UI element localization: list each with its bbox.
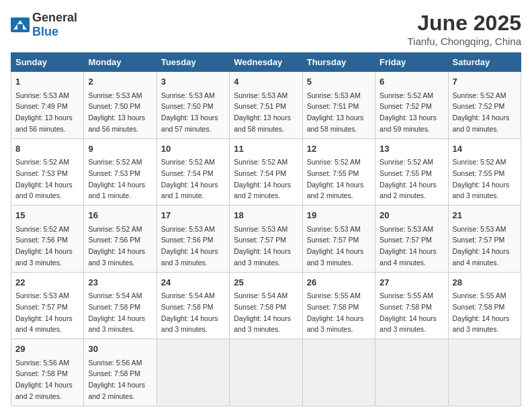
calendar-week-5: 29 Sunrise: 5:56 AMSunset: 7:58 PMDaylig… [11, 339, 521, 406]
day-number: 13 [380, 142, 443, 156]
day-info: Sunrise: 5:55 AMSunset: 7:58 PMDaylight:… [380, 291, 437, 333]
day-info: Sunrise: 5:54 AMSunset: 7:58 PMDaylight:… [161, 291, 218, 333]
day-info: Sunrise: 5:54 AMSunset: 7:58 PMDaylight:… [88, 291, 145, 333]
location-title: Tianfu, Chongqing, China [407, 36, 521, 47]
calendar-cell: 19 Sunrise: 5:53 AMSunset: 7:57 PMDaylig… [302, 205, 375, 273]
day-number: 29 [15, 342, 79, 356]
day-info: Sunrise: 5:52 AMSunset: 7:53 PMDaylight:… [88, 158, 145, 199]
calendar-cell: 18 Sunrise: 5:53 AMSunset: 7:57 PMDaylig… [230, 205, 302, 273]
calendar-cell: 15 Sunrise: 5:52 AMSunset: 7:56 PMDaylig… [11, 205, 84, 273]
day-info: Sunrise: 5:53 AMSunset: 7:57 PMDaylight:… [234, 225, 291, 267]
calendar-cell: 3 Sunrise: 5:53 AMSunset: 7:50 PMDayligh… [157, 72, 229, 139]
day-info: Sunrise: 5:52 AMSunset: 7:52 PMDaylight:… [453, 91, 510, 133]
calendar-cell: 9 Sunrise: 5:52 AMSunset: 7:53 PMDayligh… [84, 138, 157, 205]
calendar-cell: 13 Sunrise: 5:52 AMSunset: 7:55 PMDaylig… [375, 138, 448, 205]
day-info: Sunrise: 5:52 AMSunset: 7:55 PMDaylight:… [380, 158, 437, 199]
month-title: June 2025 [407, 11, 521, 36]
calendar-week-1: 1 Sunrise: 5:53 AMSunset: 7:49 PMDayligh… [11, 72, 521, 139]
calendar-cell [302, 339, 375, 406]
day-info: Sunrise: 5:55 AMSunset: 7:58 PMDaylight:… [307, 291, 364, 333]
calendar-cell: 7 Sunrise: 5:52 AMSunset: 7:52 PMDayligh… [448, 72, 521, 139]
day-number: 9 [88, 142, 152, 156]
day-number: 4 [234, 75, 298, 89]
day-info: Sunrise: 5:53 AMSunset: 7:50 PMDaylight:… [161, 91, 218, 133]
day-number: 17 [161, 209, 225, 222]
calendar-week-2: 8 Sunrise: 5:52 AMSunset: 7:53 PMDayligh… [11, 138, 521, 205]
header-tuesday: Tuesday [157, 53, 229, 72]
day-info: Sunrise: 5:54 AMSunset: 7:58 PMDaylight:… [234, 291, 291, 333]
day-info: Sunrise: 5:53 AMSunset: 7:49 PMDaylight:… [15, 91, 73, 133]
day-number: 27 [380, 276, 443, 289]
day-number: 10 [161, 142, 225, 156]
calendar-cell: 16 Sunrise: 5:52 AMSunset: 7:56 PMDaylig… [84, 205, 157, 273]
logo-general: General [32, 11, 77, 24]
day-info: Sunrise: 5:53 AMSunset: 7:51 PMDaylight:… [234, 91, 291, 133]
day-info: Sunrise: 5:53 AMSunset: 7:57 PMDaylight:… [307, 225, 364, 267]
day-number: 1 [15, 75, 79, 89]
day-number: 24 [161, 276, 225, 289]
calendar-week-3: 15 Sunrise: 5:52 AMSunset: 7:56 PMDaylig… [11, 205, 521, 273]
calendar-cell: 24 Sunrise: 5:54 AMSunset: 7:58 PMDaylig… [157, 272, 229, 339]
logo-icon [11, 17, 30, 32]
calendar-cell: 25 Sunrise: 5:54 AMSunset: 7:58 PMDaylig… [230, 272, 302, 339]
header-wednesday: Wednesday [230, 53, 302, 72]
day-number: 25 [234, 276, 298, 289]
day-number: 6 [380, 75, 443, 89]
calendar-cell: 30 Sunrise: 5:56 AMSunset: 7:58 PMDaylig… [84, 339, 157, 406]
day-info: Sunrise: 5:52 AMSunset: 7:53 PMDaylight:… [15, 158, 73, 199]
logo-blue: Blue [32, 25, 58, 38]
day-number: 20 [380, 209, 443, 222]
day-number: 8 [15, 142, 79, 156]
day-info: Sunrise: 5:52 AMSunset: 7:54 PMDaylight:… [234, 158, 291, 199]
calendar-cell: 14 Sunrise: 5:52 AMSunset: 7:55 PMDaylig… [448, 138, 521, 205]
day-number: 26 [307, 276, 371, 289]
day-number: 22 [15, 276, 79, 289]
day-number: 19 [307, 209, 371, 222]
header-friday: Friday [375, 53, 448, 72]
calendar-cell [157, 339, 229, 406]
svg-rect-2 [17, 24, 23, 30]
calendar-week-4: 22 Sunrise: 5:53 AMSunset: 7:57 PMDaylig… [11, 272, 521, 339]
calendar-cell: 21 Sunrise: 5:53 AMSunset: 7:57 PMDaylig… [448, 205, 521, 273]
header-monday: Monday [84, 53, 157, 72]
logo: General Blue [11, 11, 77, 39]
calendar-cell: 5 Sunrise: 5:53 AMSunset: 7:51 PMDayligh… [302, 72, 375, 139]
day-info: Sunrise: 5:53 AMSunset: 7:57 PMDaylight:… [380, 225, 437, 267]
day-number: 7 [453, 75, 517, 89]
day-info: Sunrise: 5:53 AMSunset: 7:57 PMDaylight:… [453, 225, 510, 267]
calendar-cell: 1 Sunrise: 5:53 AMSunset: 7:49 PMDayligh… [11, 72, 84, 139]
day-number: 18 [234, 209, 298, 222]
calendar-cell: 27 Sunrise: 5:55 AMSunset: 7:58 PMDaylig… [375, 272, 448, 339]
calendar-cell: 4 Sunrise: 5:53 AMSunset: 7:51 PMDayligh… [230, 72, 302, 139]
day-number: 15 [15, 209, 79, 222]
day-number: 2 [88, 75, 152, 89]
day-info: Sunrise: 5:53 AMSunset: 7:56 PMDaylight:… [161, 225, 218, 267]
calendar-cell: 17 Sunrise: 5:53 AMSunset: 7:56 PMDaylig… [157, 205, 229, 273]
calendar-cell: 28 Sunrise: 5:55 AMSunset: 7:58 PMDaylig… [448, 272, 521, 339]
day-number: 23 [88, 276, 152, 289]
day-number: 21 [453, 209, 517, 222]
calendar-cell: 10 Sunrise: 5:52 AMSunset: 7:54 PMDaylig… [157, 138, 229, 205]
calendar-table: SundayMondayTuesdayWednesdayThursdayFrid… [11, 52, 521, 406]
page-header: General Blue June 2025 Tianfu, Chongqing… [11, 11, 521, 47]
day-number: 5 [307, 75, 371, 89]
day-info: Sunrise: 5:52 AMSunset: 7:55 PMDaylight:… [307, 158, 364, 199]
calendar-cell: 20 Sunrise: 5:53 AMSunset: 7:57 PMDaylig… [375, 205, 448, 273]
header-thursday: Thursday [302, 53, 375, 72]
title-area: June 2025 Tianfu, Chongqing, China [407, 11, 521, 47]
calendar-cell [375, 339, 448, 406]
day-info: Sunrise: 5:56 AMSunset: 7:58 PMDaylight:… [88, 359, 145, 400]
calendar-cell: 12 Sunrise: 5:52 AMSunset: 7:55 PMDaylig… [302, 138, 375, 205]
day-info: Sunrise: 5:56 AMSunset: 7:58 PMDaylight:… [15, 359, 73, 400]
day-info: Sunrise: 5:53 AMSunset: 7:57 PMDaylight:… [15, 291, 73, 333]
header-sunday: Sunday [11, 53, 84, 72]
day-info: Sunrise: 5:52 AMSunset: 7:56 PMDaylight:… [88, 225, 145, 267]
day-number: 12 [307, 142, 371, 156]
day-info: Sunrise: 5:53 AMSunset: 7:50 PMDaylight:… [88, 91, 145, 133]
day-number: 3 [161, 75, 225, 89]
day-number: 14 [453, 142, 517, 156]
day-number: 16 [88, 209, 152, 222]
calendar-header-row: SundayMondayTuesdayWednesdayThursdayFrid… [11, 53, 521, 72]
day-info: Sunrise: 5:52 AMSunset: 7:52 PMDaylight:… [380, 91, 437, 133]
calendar-cell: 8 Sunrise: 5:52 AMSunset: 7:53 PMDayligh… [11, 138, 84, 205]
